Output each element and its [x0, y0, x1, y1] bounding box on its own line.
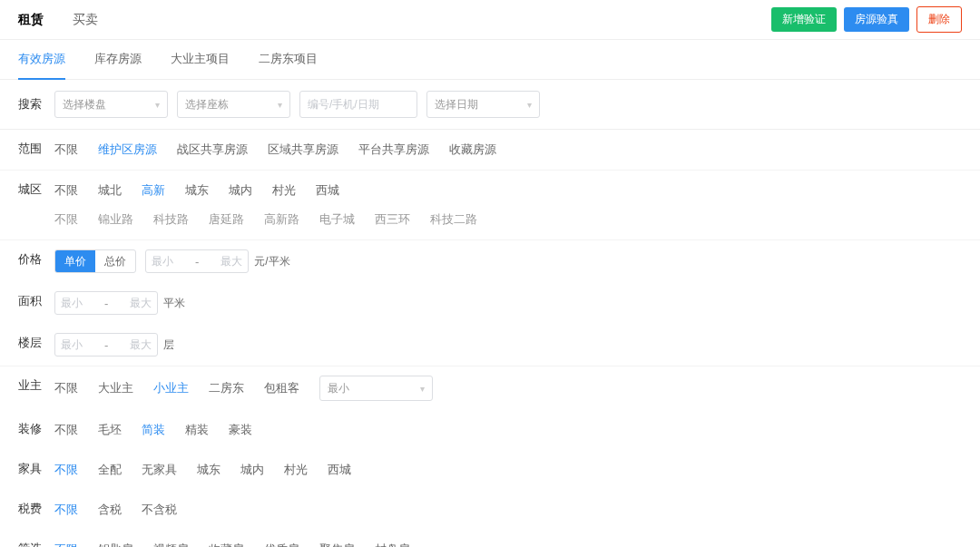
deco-label: 装修 — [18, 419, 54, 437]
filter-opt-2[interactable]: 视频房 — [153, 539, 189, 547]
sub-tab-stock[interactable]: 库存房源 — [94, 40, 142, 80]
district-label: 城区 — [18, 180, 54, 198]
tax-opt-1[interactable]: 含税 — [98, 499, 122, 521]
district-sub-2[interactable]: 科技路 — [153, 209, 189, 230]
district-opt-3[interactable]: 城东 — [185, 180, 209, 201]
furniture-opt-1[interactable]: 全配 — [98, 459, 122, 481]
owner-opt-0[interactable]: 不限 — [54, 377, 78, 399]
sub-tabs-bar: 有效房源 库存房源 大业主项目 二房东项目 — [0, 40, 980, 80]
filter-floor: 楼层 - 层 — [0, 324, 980, 366]
top-tabs-bar: 租赁 买卖 新增验证 房源验真 删除 — [0, 0, 980, 40]
search-label: 搜索 — [18, 96, 54, 112]
top-tab-sale[interactable]: 买卖 — [73, 12, 98, 28]
search-row: 搜索 选择楼盘▾ 选择座栋▾ 选择日期▾ — [0, 80, 980, 130]
chevron-down-icon: ▾ — [278, 100, 282, 110]
delete-button[interactable]: 删除 — [916, 6, 962, 33]
search-keyword-input[interactable] — [299, 91, 417, 118]
chevron-down-icon: ▾ — [420, 384, 425, 394]
deco-opt-2[interactable]: 简装 — [142, 419, 165, 441]
district-sub-7[interactable]: 科技二路 — [430, 209, 477, 230]
owner-select[interactable]: 最小▾ — [319, 376, 433, 401]
price-toggle: 单价 总价 — [54, 249, 136, 273]
district-sub-4[interactable]: 高新路 — [264, 209, 299, 230]
furniture-opt-4[interactable]: 城内 — [240, 459, 264, 481]
area-range: - — [54, 291, 158, 315]
sub-tab-bigowner[interactable]: 大业主项目 — [171, 40, 230, 80]
district-opt-0[interactable]: 不限 — [54, 180, 78, 201]
scope-opt-3[interactable]: 区域共享房源 — [268, 139, 338, 161]
select-block[interactable]: 选择座栋▾ — [177, 91, 290, 118]
owner-opt-4[interactable]: 包租客 — [264, 377, 299, 399]
filter-opt-1[interactable]: 钥匙房 — [98, 539, 133, 547]
furniture-opt-5[interactable]: 村光 — [284, 459, 308, 481]
filter-label: 筛选 — [18, 539, 54, 547]
select-date[interactable]: 选择日期▾ — [426, 91, 540, 118]
owner-opt-1[interactable]: 大业主 — [98, 377, 133, 399]
filter-scope: 范围 不限 维护区房源 战区共享房源 区域共享房源 平台共享房源 收藏房源 — [0, 130, 980, 171]
scope-options: 不限 维护区房源 战区共享房源 区域共享房源 平台共享房源 收藏房源 — [54, 139, 516, 161]
district-opt-6[interactable]: 西城 — [316, 180, 339, 201]
scope-opt-5[interactable]: 收藏房源 — [449, 139, 496, 161]
filter-opt-3[interactable]: 收藏房 — [209, 539, 244, 547]
price-max-input[interactable] — [204, 255, 242, 268]
deco-opt-1[interactable]: 毛坯 — [98, 419, 122, 441]
filter-district: 城区 不限 城北 高新 城东 城内 村光 西城 不限 锦业路 科技路 唐延路 高… — [0, 171, 980, 240]
filter-tax: 税费 不限 含税 不含税 — [0, 490, 980, 530]
floor-unit: 层 — [163, 337, 174, 353]
district-sub-options: 不限 锦业路 科技路 唐延路 高新路 电子城 西三环 科技二路 — [54, 209, 962, 230]
tax-opt-0[interactable]: 不限 — [54, 499, 78, 521]
owner-opt-2[interactable]: 小业主 — [153, 377, 189, 399]
furniture-opt-6[interactable]: 西城 — [328, 459, 351, 481]
filter-opt-6[interactable]: 封盘房 — [375, 539, 410, 547]
scope-opt-1[interactable]: 维护区房源 — [98, 139, 157, 161]
floor-max-input[interactable] — [113, 338, 152, 351]
filter-opt-4[interactable]: 优质房 — [264, 539, 299, 547]
tax-label: 税费 — [18, 499, 54, 517]
district-options: 不限 城北 高新 城东 城内 村光 西城 — [54, 180, 962, 201]
area-min-input[interactable] — [61, 297, 99, 309]
floor-label: 楼层 — [18, 333, 54, 351]
new-verify-button[interactable]: 新增验证 — [771, 7, 837, 32]
price-label: 价格 — [18, 249, 54, 268]
district-opt-5[interactable]: 村光 — [272, 180, 296, 201]
district-sub-1[interactable]: 锦业路 — [98, 209, 133, 230]
filter-opt-5[interactable]: 聚焦房 — [319, 539, 355, 547]
owner-opt-3[interactable]: 二房东 — [209, 377, 244, 399]
chevron-down-icon: ▾ — [527, 100, 532, 110]
scope-opt-4[interactable]: 平台共享房源 — [358, 139, 429, 161]
top-tab-rent[interactable]: 租赁 — [18, 12, 44, 28]
furniture-opt-3[interactable]: 城东 — [197, 459, 220, 481]
sub-tab-sublandlord[interactable]: 二房东项目 — [259, 40, 318, 80]
source-verify-button[interactable]: 房源验真 — [844, 7, 909, 32]
district-opt-4[interactable]: 城内 — [229, 180, 252, 201]
furniture-opt-2[interactable]: 无家具 — [142, 459, 177, 481]
scope-opt-2[interactable]: 战区共享房源 — [177, 139, 248, 161]
scope-label: 范围 — [18, 139, 54, 157]
sub-tab-valid[interactable]: 有效房源 — [18, 40, 65, 80]
floor-min-input[interactable] — [61, 338, 99, 351]
scope-opt-0[interactable]: 不限 — [54, 139, 78, 161]
district-opt-1[interactable]: 城北 — [98, 180, 122, 201]
price-min-input[interactable] — [152, 255, 190, 268]
filter-opt-0[interactable]: 不限 — [54, 539, 78, 547]
price-range: - — [145, 249, 249, 273]
deco-opt-0[interactable]: 不限 — [54, 419, 78, 441]
district-sub-5[interactable]: 电子城 — [319, 209, 355, 230]
district-opt-2[interactable]: 高新 — [142, 180, 165, 201]
deco-opt-3[interactable]: 精装 — [185, 419, 209, 441]
tax-opt-2[interactable]: 不含税 — [142, 499, 177, 521]
area-label: 面积 — [18, 291, 54, 309]
district-sub-0[interactable]: 不限 — [54, 209, 78, 230]
deco-opt-4[interactable]: 豪装 — [229, 419, 252, 441]
area-unit: 平米 — [163, 296, 185, 311]
price-seg-total[interactable]: 总价 — [95, 250, 135, 272]
filter-furniture: 家具 不限 全配 无家具 城东 城内 村光 西城 — [0, 450, 980, 490]
chevron-down-icon: ▾ — [155, 100, 160, 110]
district-sub-6[interactable]: 西三环 — [375, 209, 410, 230]
furniture-opt-0[interactable]: 不限 — [54, 459, 78, 481]
district-sub-3[interactable]: 唐延路 — [209, 209, 244, 230]
price-seg-unit[interactable]: 单价 — [55, 250, 95, 272]
area-max-input[interactable] — [113, 297, 152, 309]
filter-owner: 业主 不限 大业主 小业主 二房东 包租客 最小▾ — [0, 366, 980, 410]
select-building[interactable]: 选择楼盘▾ — [54, 91, 168, 118]
